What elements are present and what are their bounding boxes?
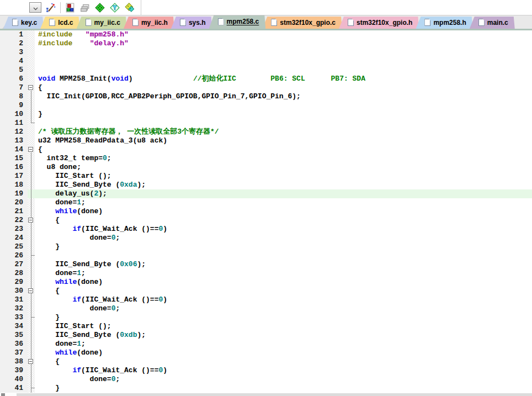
tab-stm32f10x_gpio.c[interactable]: stm32f10x_gpio.c: [262, 17, 342, 29]
code-text: [35, 101, 532, 110]
code-line[interactable]: 16 u8 done;: [0, 163, 532, 172]
code-text: {: [35, 145, 532, 154]
code-line[interactable]: 1#include "mpm258.h": [0, 30, 532, 39]
fold-toggle[interactable]: [28, 216, 35, 225]
fold-margin: [28, 225, 35, 234]
horizontal-scrollbar[interactable]: [0, 393, 532, 396]
wizard-wand-icon[interactable]: [45, 2, 56, 13]
code-text: [35, 48, 532, 57]
stacked-windows-icon[interactable]: [79, 2, 91, 13]
line-number: 38: [0, 357, 28, 366]
code-line[interactable]: 4: [0, 57, 532, 66]
funnel-diamond-icon[interactable]: [109, 2, 120, 13]
code-line[interactable]: 6void MPM258_Init(void) //初始化IIC PB6: SC…: [0, 75, 532, 83]
code-line[interactable]: 34 IIC_Start ();: [0, 322, 532, 331]
code-line[interactable]: 25 }: [0, 242, 532, 251]
line-number: 18: [0, 181, 28, 189]
code-line[interactable]: 30 {: [0, 287, 532, 295]
code-text: done=1;: [35, 198, 532, 207]
tab-bar: key.clcd.cmy_iic.cmy_iic.hsys.hmpm258.cs…: [0, 15, 532, 29]
code-line[interactable]: 18 IIC_Send_Byte (0xda);: [0, 181, 532, 189]
manage-components-cubes-icon[interactable]: [65, 2, 76, 13]
tab-sys.h[interactable]: sys.h: [171, 17, 212, 29]
code-line[interactable]: 20 done=1;: [0, 198, 532, 207]
code-line[interactable]: 41 }: [0, 384, 532, 393]
fold-toggle[interactable]: [28, 145, 35, 154]
layers-diamond-icon[interactable]: [124, 2, 135, 13]
tab-label: my_iic.h: [141, 19, 168, 27]
code-line[interactable]: 32 done=0;: [0, 304, 532, 313]
code-line[interactable]: 15 int32_t temp=0;: [0, 154, 532, 163]
tab-mpm258.h[interactable]: mpm258.h: [416, 17, 472, 29]
code-line[interactable]: 5: [0, 66, 532, 75]
fold-toggle[interactable]: [28, 83, 35, 92]
code-line[interactable]: 40 done=0;: [0, 375, 532, 384]
fold-margin: [28, 198, 35, 207]
tab-my_iic.c[interactable]: my_iic.c: [77, 17, 127, 29]
tab-stm32f10x_gpio.h[interactable]: stm32f10x_gpio.h: [339, 17, 419, 29]
document-icon: [271, 19, 277, 26]
tab-my_iic.h[interactable]: my_iic.h: [124, 17, 174, 29]
fold-margin: [28, 128, 35, 136]
code-text: while(done): [35, 349, 532, 357]
line-number: 32: [0, 304, 28, 313]
tab-main.c[interactable]: main.c: [470, 17, 515, 29]
code-line[interactable]: 10}: [0, 110, 532, 119]
code-line[interactable]: 28 done=1;: [0, 269, 532, 278]
tab-lcd.c[interactable]: lcd.c: [40, 17, 79, 29]
code-line[interactable]: 3: [0, 48, 532, 57]
code-line[interactable]: 13u32 MPM258_ReadPdata_3(u8 ack): [0, 136, 532, 145]
target-select-dropdown[interactable]: [29, 2, 41, 13]
code-line[interactable]: 17 IIC_Start ();: [0, 172, 532, 181]
code-line[interactable]: 27 IIC_Send_Byte (0x06);: [0, 260, 532, 269]
toolbar: [0, 0, 532, 15]
code-line[interactable]: 7{: [0, 83, 532, 92]
fold-margin: [28, 349, 35, 357]
code-text: IIC_Start ();: [35, 172, 532, 181]
fold-margin: [28, 295, 35, 304]
scrollbar-thumb[interactable]: [1, 393, 5, 396]
fold-toggle[interactable]: [28, 357, 35, 366]
code-line[interactable]: 36 done=1;: [0, 340, 532, 349]
code-text: void MPM258_Init(void) //初始化IIC PB6: SCL…: [35, 75, 532, 83]
code-line[interactable]: 35 IIC_Send_Byte (0xdb);: [0, 331, 532, 340]
code-text: IIC_Send_Byte (0xda);: [35, 181, 532, 189]
line-number: 16: [0, 163, 28, 172]
code-line[interactable]: 21 while(done): [0, 207, 532, 216]
fold-margin: [28, 66, 35, 75]
green-diamond-icon[interactable]: [94, 2, 105, 13]
fold-margin: [28, 340, 35, 349]
code-line[interactable]: 12/* 读取压力数据寄存器， 一次性读取全部3个寄存器*/: [0, 128, 532, 136]
code-line[interactable]: 9: [0, 101, 532, 110]
code-line[interactable]: 11: [0, 119, 532, 128]
code-line[interactable]: 14{: [0, 145, 532, 154]
code-editor: 1#include "mpm258.h"2#include "delay.h"3…: [0, 30, 532, 393]
code-line[interactable]: 22 {: [0, 216, 532, 225]
code-line[interactable]: 23 if(IIC_Wait_Ack ()==0): [0, 225, 532, 234]
line-number: 27: [0, 260, 28, 269]
fold-margin: [28, 110, 35, 119]
line-number: 4: [0, 57, 28, 66]
code-line[interactable]: 33 }: [0, 313, 532, 322]
tab-mpm258.c[interactable]: mpm258.c: [209, 15, 266, 29]
tab-key.c[interactable]: key.c: [3, 17, 44, 29]
code-text: /* 读取压力数据寄存器， 一次性读取全部3个寄存器*/: [35, 128, 532, 136]
code-line[interactable]: 38 {: [0, 357, 532, 366]
fold-margin: [28, 101, 35, 110]
line-number: 26: [0, 251, 28, 260]
code-line[interactable]: 8 IIC_Init(GPIOB,RCC_APB2Periph_GPIOB,GP…: [0, 92, 532, 101]
code-line[interactable]: 31 if(IIC_Wait_Ack ()==0): [0, 295, 532, 304]
line-number: 17: [0, 172, 28, 181]
fold-toggle[interactable]: [28, 287, 35, 295]
fold-margin: [28, 136, 35, 145]
code-line[interactable]: 26: [0, 251, 532, 260]
code-text: if(IIC_Wait_Ack ()==0): [35, 295, 532, 304]
code-text: }: [35, 313, 532, 322]
code-line[interactable]: 37 while(done): [0, 349, 532, 357]
code-line[interactable]: 2#include "delay.h": [0, 39, 532, 48]
code-line[interactable]: 39 if(IIC_Wait_Ack ()==0): [0, 366, 532, 375]
code-line[interactable]: 29 while(done): [0, 278, 532, 287]
code-line[interactable]: 19 delay_us(2);: [0, 189, 532, 198]
code-line[interactable]: 24 done=0;: [0, 234, 532, 242]
line-number: 30: [0, 287, 28, 295]
